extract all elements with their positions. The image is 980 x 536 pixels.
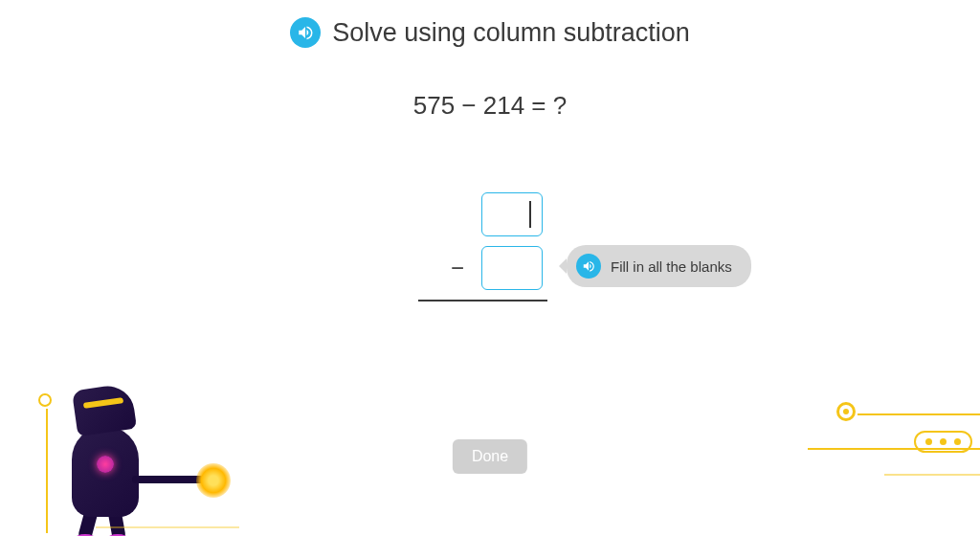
speaker-icon	[297, 24, 314, 41]
equation-text: 575 − 214 = ?	[0, 91, 980, 121]
result-line	[418, 300, 547, 302]
speaker-icon	[582, 259, 595, 273]
subtrahend-input[interactable]	[481, 246, 543, 290]
column-subtraction: −	[428, 192, 543, 290]
top-input-wrap	[481, 192, 543, 236]
minuend-input[interactable]	[481, 192, 543, 236]
page-title: Solve using column subtraction	[332, 18, 690, 48]
subtrahend-row: −	[451, 246, 543, 290]
minus-sign: −	[451, 255, 464, 281]
work-area: − Fill in all the blanks	[366, 192, 614, 302]
circuit-decoration-bottom	[96, 526, 239, 528]
hint-text: Fill in all the blanks	[611, 258, 732, 275]
audio-title-button[interactable]	[290, 17, 321, 48]
hint-tooltip: Fill in all the blanks	[567, 245, 751, 287]
text-cursor	[529, 201, 531, 228]
robot-illustration	[29, 345, 220, 536]
audio-hint-button[interactable]	[576, 254, 601, 279]
done-button[interactable]: Done	[453, 439, 527, 474]
title-row: Solve using column subtraction	[0, 0, 980, 48]
circuit-decoration-right	[789, 402, 980, 517]
